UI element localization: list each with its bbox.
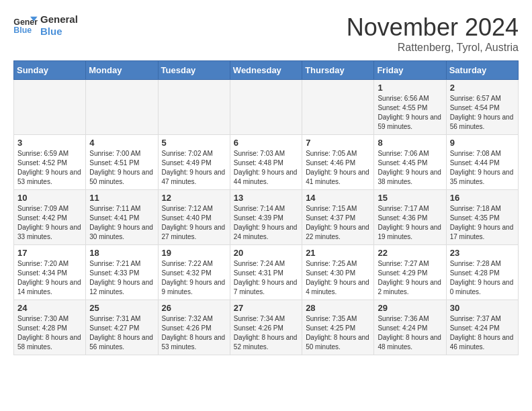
day-cell: 13Sunrise: 7:14 AM Sunset: 4:39 PM Dayli… — [230, 190, 302, 245]
logo-icon: General Blue — [13, 15, 38, 36]
day-cell: 17Sunrise: 7:20 AM Sunset: 4:34 PM Dayli… — [14, 245, 86, 300]
day-cell: 22Sunrise: 7:27 AM Sunset: 4:29 PM Dayli… — [374, 245, 446, 300]
day-cell: 1Sunrise: 6:56 AM Sunset: 4:55 PM Daylig… — [374, 80, 446, 135]
day-info: Sunrise: 7:25 AM Sunset: 4:30 PM Dayligh… — [306, 259, 370, 297]
day-number: 22 — [378, 248, 442, 258]
day-number: 27 — [234, 303, 298, 313]
day-cell: 29Sunrise: 7:36 AM Sunset: 4:24 PM Dayli… — [374, 300, 446, 355]
day-cell: 4Sunrise: 7:00 AM Sunset: 4:51 PM Daylig… — [86, 135, 158, 190]
day-cell: 26Sunrise: 7:32 AM Sunset: 4:26 PM Dayli… — [158, 300, 230, 355]
week-row-1: 1Sunrise: 6:56 AM Sunset: 4:55 PM Daylig… — [14, 80, 519, 135]
logo-line2: Blue — [40, 26, 78, 38]
day-number: 11 — [89, 193, 154, 203]
day-cell: 21Sunrise: 7:25 AM Sunset: 4:30 PM Dayli… — [302, 245, 374, 300]
weekday-header-friday: Friday — [374, 61, 446, 80]
calendar-table: SundayMondayTuesdayWednesdayThursdayFrid… — [13, 60, 519, 355]
day-info: Sunrise: 7:12 AM Sunset: 4:40 PM Dayligh… — [162, 204, 226, 242]
day-cell: 11Sunrise: 7:11 AM Sunset: 4:41 PM Dayli… — [86, 190, 158, 245]
day-number: 30 — [450, 303, 515, 313]
day-info: Sunrise: 7:09 AM Sunset: 4:42 PM Dayligh… — [17, 204, 82, 242]
day-info: Sunrise: 7:02 AM Sunset: 4:49 PM Dayligh… — [162, 149, 226, 187]
day-number: 16 — [450, 193, 515, 203]
month-title: November 2024 — [347, 13, 519, 42]
day-info: Sunrise: 7:27 AM Sunset: 4:29 PM Dayligh… — [378, 259, 442, 297]
day-cell: 12Sunrise: 7:12 AM Sunset: 4:40 PM Dayli… — [158, 190, 230, 245]
weekday-header-thursday: Thursday — [302, 61, 374, 80]
day-info: Sunrise: 7:37 AM Sunset: 4:24 PM Dayligh… — [450, 314, 515, 352]
day-cell — [158, 80, 230, 135]
day-number: 9 — [450, 138, 515, 148]
day-info: Sunrise: 7:31 AM Sunset: 4:27 PM Dayligh… — [89, 314, 154, 352]
day-cell — [86, 80, 158, 135]
week-row-4: 17Sunrise: 7:20 AM Sunset: 4:34 PM Dayli… — [14, 245, 519, 300]
day-number: 25 — [89, 303, 154, 313]
day-cell: 3Sunrise: 6:59 AM Sunset: 4:52 PM Daylig… — [14, 135, 86, 190]
day-info: Sunrise: 7:21 AM Sunset: 4:33 PM Dayligh… — [89, 259, 154, 297]
day-cell: 6Sunrise: 7:03 AM Sunset: 4:48 PM Daylig… — [230, 135, 302, 190]
day-number: 3 — [17, 138, 82, 148]
day-info: Sunrise: 7:15 AM Sunset: 4:37 PM Dayligh… — [306, 204, 370, 242]
day-cell — [230, 80, 302, 135]
day-cell: 19Sunrise: 7:22 AM Sunset: 4:32 PM Dayli… — [158, 245, 230, 300]
day-info: Sunrise: 7:03 AM Sunset: 4:48 PM Dayligh… — [234, 149, 298, 187]
day-info: Sunrise: 7:22 AM Sunset: 4:32 PM Dayligh… — [162, 259, 226, 297]
day-cell: 16Sunrise: 7:18 AM Sunset: 4:35 PM Dayli… — [446, 190, 518, 245]
week-row-3: 10Sunrise: 7:09 AM Sunset: 4:42 PM Dayli… — [14, 190, 519, 245]
weekday-header-monday: Monday — [86, 61, 158, 80]
day-info: Sunrise: 7:00 AM Sunset: 4:51 PM Dayligh… — [89, 149, 154, 187]
day-info: Sunrise: 7:32 AM Sunset: 4:26 PM Dayligh… — [162, 314, 226, 352]
day-number: 26 — [162, 303, 226, 313]
weekday-header-saturday: Saturday — [446, 61, 518, 80]
svg-text:Blue: Blue — [13, 26, 32, 35]
day-info: Sunrise: 6:57 AM Sunset: 4:54 PM Dayligh… — [450, 94, 515, 132]
day-info: Sunrise: 6:56 AM Sunset: 4:55 PM Dayligh… — [378, 94, 442, 132]
day-number: 18 — [89, 248, 154, 258]
day-number: 10 — [17, 193, 82, 203]
day-info: Sunrise: 7:24 AM Sunset: 4:31 PM Dayligh… — [234, 259, 298, 297]
day-cell: 24Sunrise: 7:30 AM Sunset: 4:28 PM Dayli… — [14, 300, 86, 355]
day-number: 4 — [89, 138, 154, 148]
day-info: Sunrise: 7:28 AM Sunset: 4:28 PM Dayligh… — [450, 259, 515, 297]
day-number: 8 — [378, 138, 442, 148]
day-cell: 9Sunrise: 7:08 AM Sunset: 4:44 PM Daylig… — [446, 135, 518, 190]
day-info: Sunrise: 7:35 AM Sunset: 4:25 PM Dayligh… — [306, 314, 370, 352]
day-number: 12 — [162, 193, 226, 203]
weekday-header-row: SundayMondayTuesdayWednesdayThursdayFrid… — [14, 61, 519, 80]
day-cell: 7Sunrise: 7:05 AM Sunset: 4:46 PM Daylig… — [302, 135, 374, 190]
day-cell: 14Sunrise: 7:15 AM Sunset: 4:37 PM Dayli… — [302, 190, 374, 245]
day-cell: 15Sunrise: 7:17 AM Sunset: 4:36 PM Dayli… — [374, 190, 446, 245]
day-cell: 25Sunrise: 7:31 AM Sunset: 4:27 PM Dayli… — [86, 300, 158, 355]
day-cell: 27Sunrise: 7:34 AM Sunset: 4:26 PM Dayli… — [230, 300, 302, 355]
day-cell: 28Sunrise: 7:35 AM Sunset: 4:25 PM Dayli… — [302, 300, 374, 355]
page-header: General Blue General Blue November 2024 … — [13, 13, 519, 54]
day-info: Sunrise: 7:18 AM Sunset: 4:35 PM Dayligh… — [450, 204, 515, 242]
weekday-header-wednesday: Wednesday — [230, 61, 302, 80]
day-number: 20 — [234, 248, 298, 258]
day-info: Sunrise: 7:11 AM Sunset: 4:41 PM Dayligh… — [89, 204, 154, 242]
day-info: Sunrise: 7:36 AM Sunset: 4:24 PM Dayligh… — [378, 314, 442, 352]
day-number: 29 — [378, 303, 442, 313]
day-info: Sunrise: 7:17 AM Sunset: 4:36 PM Dayligh… — [378, 204, 442, 242]
day-number: 1 — [378, 83, 442, 93]
logo: General Blue General Blue — [13, 13, 78, 38]
week-row-5: 24Sunrise: 7:30 AM Sunset: 4:28 PM Dayli… — [14, 300, 519, 355]
day-info: Sunrise: 7:34 AM Sunset: 4:26 PM Dayligh… — [234, 314, 298, 352]
day-number: 5 — [162, 138, 226, 148]
day-info: Sunrise: 7:08 AM Sunset: 4:44 PM Dayligh… — [450, 149, 515, 187]
day-cell: 2Sunrise: 6:57 AM Sunset: 4:54 PM Daylig… — [446, 80, 518, 135]
day-number: 15 — [378, 193, 442, 203]
title-block: November 2024 Rattenberg, Tyrol, Austria — [347, 13, 519, 54]
day-number: 2 — [450, 83, 515, 93]
logo-line1: General — [40, 13, 78, 26]
day-info: Sunrise: 6:59 AM Sunset: 4:52 PM Dayligh… — [17, 149, 82, 187]
day-cell: 23Sunrise: 7:28 AM Sunset: 4:28 PM Dayli… — [446, 245, 518, 300]
day-number: 13 — [234, 193, 298, 203]
day-number: 7 — [306, 138, 370, 148]
day-cell: 18Sunrise: 7:21 AM Sunset: 4:33 PM Dayli… — [86, 245, 158, 300]
location-subtitle: Rattenberg, Tyrol, Austria — [347, 42, 519, 54]
day-info: Sunrise: 7:30 AM Sunset: 4:28 PM Dayligh… — [17, 314, 82, 352]
day-info: Sunrise: 7:06 AM Sunset: 4:45 PM Dayligh… — [378, 149, 442, 187]
day-number: 28 — [306, 303, 370, 313]
day-number: 23 — [450, 248, 515, 258]
day-cell: 5Sunrise: 7:02 AM Sunset: 4:49 PM Daylig… — [158, 135, 230, 190]
